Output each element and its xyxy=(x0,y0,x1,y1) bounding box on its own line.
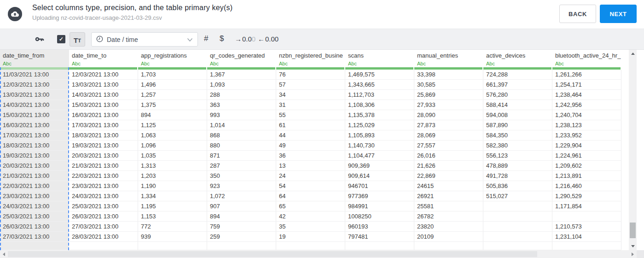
table-row: 23/03/2021 13:0024/03/2021 13:001,3341,0… xyxy=(0,191,621,201)
table-cell: 44 xyxy=(276,130,345,141)
column-header-scans[interactable]: scansAbc xyxy=(345,50,414,70)
increase-decimal-button[interactable]: →0.00 xyxy=(235,35,255,43)
table-cell: 36 xyxy=(276,151,345,161)
table-cell: 907 xyxy=(207,201,276,211)
column-header-qr_codes_generated[interactable]: qr_codes_generatedAbc xyxy=(207,50,276,70)
table-cell: 24 xyxy=(276,171,345,181)
table-cell: 984991 xyxy=(345,201,414,211)
column-header-active_devices[interactable]: active_devicesAbc xyxy=(483,50,552,70)
table-cell xyxy=(552,211,621,222)
table-cell: 946701 xyxy=(345,181,414,191)
column-name: date_time_to xyxy=(72,52,138,59)
table-cell: 588,414 xyxy=(483,100,552,110)
clock-icon xyxy=(96,35,103,44)
scroll-down-button[interactable] xyxy=(629,242,637,250)
table-cell: 1,313 xyxy=(138,161,207,171)
column-header-date_time_from[interactable]: date_time_fromAbc xyxy=(0,50,69,70)
table-cell: 1,096 xyxy=(138,141,207,151)
table-cell: 1,105,893 xyxy=(345,130,414,141)
column-name: active_devices xyxy=(486,52,552,59)
column-header-bluetooth_active_24_hr_[interactable]: bluetooth_active_24_hr_Abc xyxy=(552,50,621,70)
vertical-scrollbar[interactable] xyxy=(629,50,637,250)
scroll-left-button[interactable] xyxy=(0,250,8,258)
table-cell: 19/03/2021 13:00 xyxy=(0,151,69,161)
table-cell: 1,125 xyxy=(138,120,207,130)
table-cell xyxy=(0,242,69,250)
table-cell xyxy=(483,201,552,211)
table-cell: 909,614 xyxy=(345,171,414,181)
table-cell: 16/03/2021 13:00 xyxy=(0,120,69,130)
column-name: manual_entries xyxy=(417,52,483,59)
table-cell: 868 xyxy=(207,130,276,141)
decrease-decimal-button[interactable]: ←0.00 xyxy=(258,35,278,43)
csv-upload-wizard: Select columns type, precision, and the … xyxy=(0,0,644,258)
table-cell: 23820 xyxy=(414,222,483,232)
scroll-right-button[interactable] xyxy=(629,250,637,258)
table-cell: 587,890 xyxy=(483,120,552,130)
table-cell: 584,350 xyxy=(483,130,552,141)
include-column-checkbox[interactable]: ✓ xyxy=(57,35,65,43)
column-type-badge: Abc xyxy=(417,61,483,66)
table-cell xyxy=(552,242,621,250)
column-type-badge: Abc xyxy=(72,61,138,66)
column-type-select[interactable]: Date / time xyxy=(91,32,198,47)
triangle-right-icon xyxy=(632,252,634,256)
back-button[interactable]: BACK xyxy=(559,5,596,23)
column-header-app_registrations[interactable]: app_registrationsAbc xyxy=(138,50,207,70)
column-header-nzbn_registered_busine[interactable]: nzbn_registered_busineAbc xyxy=(276,50,345,70)
table-cell: 909,369 xyxy=(345,161,414,171)
column-type-badge: Abc xyxy=(141,61,207,66)
table-cell: 57 xyxy=(276,80,345,90)
horizontal-scrollbar[interactable] xyxy=(0,250,637,258)
column-name: qr_codes_generated xyxy=(210,52,276,59)
primary-key-icon[interactable] xyxy=(35,35,44,45)
text-type-button[interactable]: TT xyxy=(70,32,85,47)
table-cell: 21/03/2021 13:00 xyxy=(0,171,69,181)
table-cell xyxy=(69,242,138,250)
column-type-badge: Abc xyxy=(279,61,345,66)
table-cell: 1,140,730 xyxy=(345,141,414,151)
column-header-manual_entries[interactable]: manual_entriesAbc xyxy=(414,50,483,70)
upload-cloud-icon xyxy=(8,7,22,21)
triangle-down-icon xyxy=(631,245,635,247)
table-cell: 1,035 xyxy=(138,151,207,161)
table-cell: 759 xyxy=(207,222,276,232)
table-cell: 977369 xyxy=(345,191,414,201)
chevron-down-icon xyxy=(187,36,193,43)
triangle-up-icon xyxy=(631,53,635,55)
table-cell: 15/03/2021 13:00 xyxy=(0,110,69,120)
table-cell: 30,585 xyxy=(414,80,483,90)
table-row: 13/03/2021 13:0014/03/2021 13:001,257288… xyxy=(0,90,621,100)
next-button[interactable]: NEXT xyxy=(600,5,637,23)
table-cell: 20109 xyxy=(414,232,483,242)
currency-type-button[interactable]: $ xyxy=(220,34,224,43)
table-row: 25/03/2021 13:0026/03/2021 13:001,153894… xyxy=(0,211,621,222)
table-cell: 27,933 xyxy=(414,100,483,110)
table-cell: 24/03/2021 13:00 xyxy=(69,191,138,201)
table-cell xyxy=(483,211,552,222)
table-cell: 26/03/2021 13:00 xyxy=(69,211,138,222)
number-type-button[interactable]: # xyxy=(204,34,208,43)
table-cell: 49 xyxy=(276,141,345,151)
table-cell: 15/03/2021 13:00 xyxy=(69,100,138,110)
horizontal-scroll-thumb[interactable] xyxy=(8,251,537,257)
table-row: 15/03/2021 13:0016/03/2021 13:0089499355… xyxy=(0,110,621,120)
table-cell: 33,398 xyxy=(414,70,483,80)
vertical-scroll-thumb[interactable] xyxy=(630,223,636,238)
column-header-date_time_to[interactable]: date_time_toAbc xyxy=(69,50,138,70)
table-cell: 25/03/2021 13:00 xyxy=(69,201,138,211)
table-cell: 22,869 xyxy=(414,171,483,181)
page-subtitle: Uploading nz-covid-tracer-usage-2021-03-… xyxy=(32,14,232,21)
table-cell: 1,104,477 xyxy=(345,151,414,161)
table-row: 11/03/2021 13:0012/03/2021 13:001,7031,3… xyxy=(0,70,621,80)
column-type-badge: Abc xyxy=(210,61,276,66)
table-cell: 25581 xyxy=(414,201,483,211)
table-cell: 26782 xyxy=(414,211,483,222)
scroll-up-button[interactable] xyxy=(629,50,637,58)
table-cell: 1,334 xyxy=(138,191,207,201)
arrow-right-icon: → xyxy=(235,35,242,43)
column-type-value: Date / time xyxy=(107,36,187,43)
table-cell: 13/03/2021 13:00 xyxy=(0,90,69,100)
table-cell: 16/03/2021 13:00 xyxy=(69,110,138,120)
table-cell: 1,238,123 xyxy=(552,120,621,130)
